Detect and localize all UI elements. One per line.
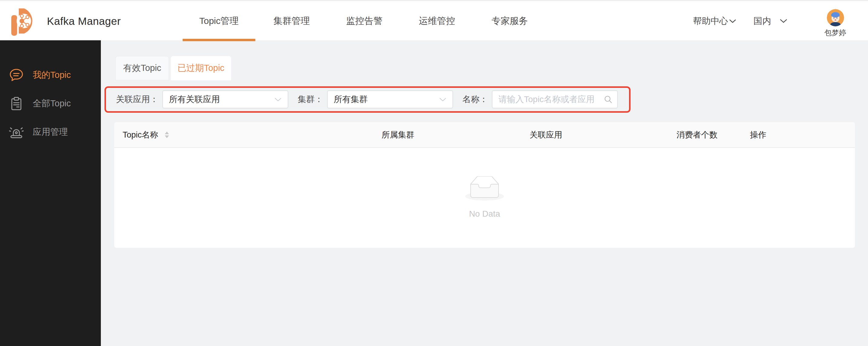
cluster-select[interactable]: 所有集群 xyxy=(327,90,453,109)
column-consumer-count: 消费者个数 xyxy=(644,129,750,140)
column-topic-name: Topic名称 xyxy=(114,129,348,140)
chat-bubble-icon xyxy=(9,68,24,82)
chevron-down-icon xyxy=(780,19,787,23)
cluster-select-value: 所有集群 xyxy=(334,94,368,105)
sort-ascend-icon[interactable] xyxy=(165,132,169,134)
sidebar-item-app-management[interactable]: 应用管理 xyxy=(0,118,101,146)
brand: Kafka Manager xyxy=(10,1,121,41)
filter-bar: 关联应用： 所有关联应用 集群： 所有集群 名称： xyxy=(116,90,618,109)
sidebar: 我的Topic 全部Topic 应用管理 xyxy=(0,40,101,346)
user-name: 包梦婷 xyxy=(825,28,846,37)
app-header: Kafka Manager Topic管理 集群管理 监控告警 运维管控 专家服… xyxy=(0,0,868,40)
avatar[interactable] xyxy=(827,9,844,26)
column-actions: 操作 xyxy=(750,129,855,140)
search-icon[interactable] xyxy=(604,95,612,104)
topic-table: Topic名称 所属集群 关联应用 消费者个数 操作 xyxy=(114,122,855,248)
user-menu[interactable]: 包梦婷 xyxy=(825,9,846,37)
sidebar-item-my-topic[interactable]: 我的Topic xyxy=(0,61,101,89)
table-body-empty-state: No Data xyxy=(114,148,855,247)
sidebar-item-label: 我的Topic xyxy=(33,69,71,81)
kafka-manager-logo-icon xyxy=(10,8,42,36)
sidebar-item-label: 全部Topic xyxy=(33,97,71,110)
alarm-icon xyxy=(9,125,24,139)
sidebar-item-all-topic[interactable]: 全部Topic xyxy=(0,89,101,118)
chevron-down-icon xyxy=(439,97,446,102)
top-nav: Topic管理 集群管理 监控告警 运维管控 专家服务 xyxy=(183,1,546,41)
topic-search-box xyxy=(492,90,618,109)
nav-topic-management[interactable]: Topic管理 xyxy=(183,1,255,41)
chevron-down-icon xyxy=(274,97,282,102)
nav-cluster-management[interactable]: 集群管理 xyxy=(255,1,328,41)
empty-inbox-icon xyxy=(465,176,504,201)
related-app-select-value: 所有关联应用 xyxy=(169,94,220,105)
header-right: 帮助中心 国内 包梦婷 xyxy=(693,1,846,41)
table-header-row: Topic名称 所属集群 关联应用 消费者个数 操作 xyxy=(114,122,855,148)
column-related-app: 关联应用 xyxy=(447,129,644,140)
topic-tabs: 有效Topic 已过期Topic xyxy=(115,56,231,80)
sidebar-item-label: 应用管理 xyxy=(33,126,68,138)
tab-expired-topic[interactable]: 已过期Topic xyxy=(171,56,231,80)
related-app-select[interactable]: 所有关联应用 xyxy=(162,90,288,109)
column-cluster: 所属集群 xyxy=(348,129,447,140)
no-data-text: No Data xyxy=(469,209,500,219)
related-app-label: 关联应用： xyxy=(116,94,158,105)
tab-valid-topic[interactable]: 有效Topic xyxy=(115,56,169,80)
main-content: 有效Topic 已过期Topic 关联应用： 所有关联应用 集群： 所有集群 名… xyxy=(101,40,868,346)
sort-control[interactable] xyxy=(165,132,169,138)
topic-search-input[interactable] xyxy=(498,94,604,104)
nav-ops-control[interactable]: 运维管控 xyxy=(401,1,473,41)
clipboard-icon xyxy=(9,96,24,111)
app-title: Kafka Manager xyxy=(47,15,121,27)
name-label: 名称： xyxy=(462,94,488,105)
cluster-label: 集群： xyxy=(298,94,323,105)
help-center-menu[interactable]: 帮助中心 xyxy=(693,15,736,27)
region-selector[interactable]: 国内 xyxy=(753,15,787,27)
nav-monitor-alert[interactable]: 监控告警 xyxy=(328,1,401,41)
nav-expert-service[interactable]: 专家服务 xyxy=(473,1,546,41)
sort-descend-icon[interactable] xyxy=(165,136,169,138)
chevron-down-icon xyxy=(729,19,736,23)
